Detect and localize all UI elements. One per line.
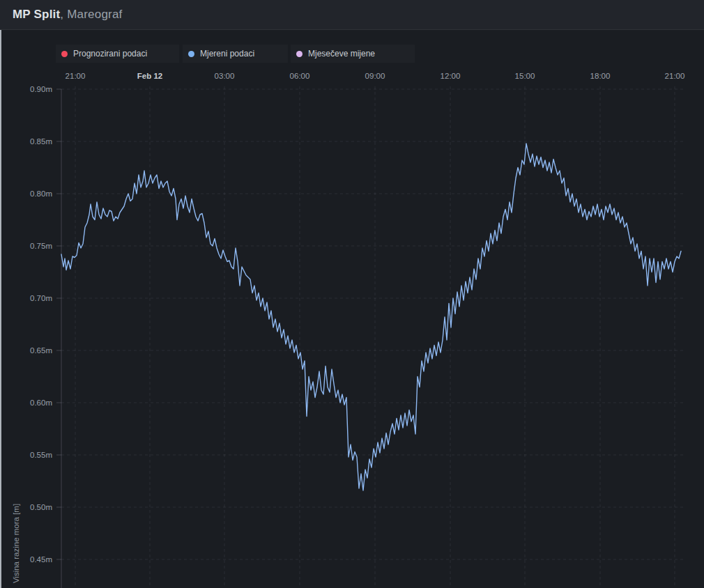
y-axis-title: Visina razine mora [m]	[12, 504, 20, 583]
x-tick-label: 15:00	[515, 72, 535, 80]
y-tick-label: 0.45m	[30, 555, 52, 564]
x-tick-label: 06:00	[290, 72, 310, 80]
y-tick-label: 0.85m	[30, 137, 52, 146]
y-tick-label: 0.90m	[30, 85, 52, 93]
y-tick-label: 0.70m	[30, 294, 52, 302]
series-line-mjereni-podaci	[61, 144, 681, 490]
x-tick-label: 12:00	[441, 72, 461, 80]
x-tick-label: 21:00	[665, 72, 685, 80]
x-tick-label: 21:00	[66, 72, 86, 80]
x-tick-label: Feb 12	[137, 72, 162, 80]
y-tick-label: 0.55m	[30, 451, 52, 459]
y-tick-label: 0.60m	[30, 399, 52, 407]
y-tick-label: 0.65m	[30, 346, 52, 355]
x-tick-label: 09:00	[365, 72, 385, 80]
y-tick-label: 0.75m	[30, 242, 52, 250]
y-tick-label: 0.80m	[30, 189, 52, 198]
x-tick-label: 18:00	[590, 72, 611, 80]
x-tick-label: 03:00	[215, 72, 235, 80]
y-tick-label: 0.50m	[30, 503, 52, 511]
chart-canvas[interactable]: 0.90m0.85m0.80m0.75m0.70m0.65m0.60m0.55m…	[0, 0, 704, 588]
